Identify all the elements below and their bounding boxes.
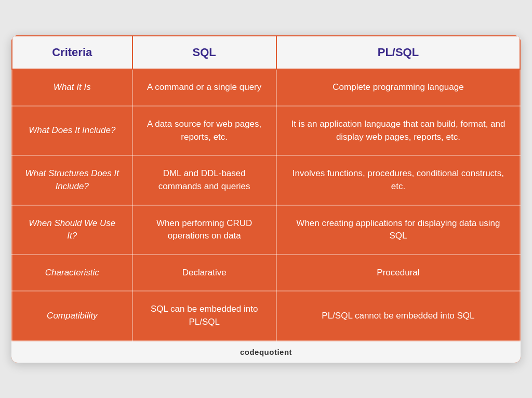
cell-plsql-2: Involves functions, procedures, conditio…	[276, 155, 520, 205]
cell-criteria-1: What Does It Include?	[12, 106, 132, 155]
cell-sql-4: Declarative	[132, 255, 276, 291]
cell-sql-3: When performing CRUD operations on data	[132, 205, 276, 255]
col-header-plsql: PL/SQL	[276, 36, 520, 69]
table-row: CompatibilitySQL can be embedded into PL…	[12, 291, 520, 340]
cell-sql-0: A command or a single query	[132, 69, 276, 106]
footer: codequotient	[11, 341, 521, 363]
comparison-table: Criteria SQL PL/SQL What It IsA command …	[11, 35, 521, 341]
cell-plsql-1: It is an application language that can b…	[276, 106, 520, 155]
cell-plsql-0: Complete programming language	[276, 69, 520, 106]
col-header-criteria: Criteria	[12, 36, 132, 69]
cell-sql-2: DML and DDL-based commands and queries	[132, 155, 276, 205]
cell-plsql-5: PL/SQL cannot be embedded into SQL	[276, 291, 520, 340]
table-row: What It IsA command or a single queryCom…	[12, 69, 520, 106]
cell-criteria-4: Characteristic	[12, 255, 132, 291]
footer-text-regular: code	[240, 348, 259, 356]
cell-sql-1: A data source for web pages, reports, et…	[132, 106, 276, 155]
cell-sql-5: SQL can be embedded into PL/SQL	[132, 291, 276, 340]
cell-plsql-4: Procedural	[276, 255, 520, 291]
col-header-sql: SQL	[132, 36, 276, 69]
table-row: What Structures Does It Include?DML and …	[12, 155, 520, 205]
cell-criteria-0: What It Is	[12, 69, 132, 106]
header-row: Criteria SQL PL/SQL	[12, 36, 520, 69]
table-row: What Does It Include?A data source for w…	[12, 106, 520, 155]
comparison-card: Criteria SQL PL/SQL What It IsA command …	[11, 35, 521, 362]
table-row: CharacteristicDeclarativeProcedural	[12, 255, 520, 291]
table-row: When Should We Use It?When performing CR…	[12, 205, 520, 255]
footer-text-bold: quotient	[259, 348, 292, 356]
cell-criteria-5: Compatibility	[12, 291, 132, 340]
cell-plsql-3: When creating applications for displayin…	[276, 205, 520, 255]
cell-criteria-2: What Structures Does It Include?	[12, 155, 132, 205]
cell-criteria-3: When Should We Use It?	[12, 205, 132, 255]
